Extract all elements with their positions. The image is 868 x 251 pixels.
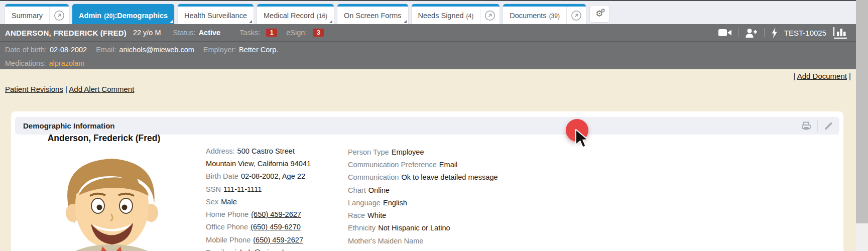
field-value: Male (221, 198, 237, 206)
employer-value: Better Corp. (239, 46, 278, 54)
patient-header-row3: Medications: alprazolam (0, 56, 856, 70)
tab-count: (20) (104, 13, 114, 20)
field-label: Email (206, 248, 224, 251)
field-label: Ethnicity (348, 224, 376, 232)
demographics-column-1: Address:500 Castro StreetMountain View, … (206, 145, 311, 251)
field-row-ethnicity: EthnicityNot Hispanic or Latino (348, 222, 498, 234)
field-value-link[interactable]: (650) 459-2627 (253, 236, 303, 244)
tasks-count-badge[interactable]: 1 (266, 29, 277, 37)
patient-revisions-link[interactable]: Patient Revisions (5, 85, 63, 93)
tab-needs-signed[interactable]: Needs Signed (4) (412, 4, 500, 24)
tab-medical-record[interactable]: Medical Record (16) (257, 4, 334, 24)
field-label: Person Type (348, 148, 389, 156)
tab-label: On Screen Forms (337, 7, 408, 24)
status-label: Status: (173, 29, 195, 37)
field-value-link[interactable]: (650) 459-2627 (251, 210, 301, 218)
tab-label: Health Surveillance (178, 7, 254, 24)
bar-chart-icon[interactable] (833, 27, 848, 39)
field-row-email: Emailanichols@mieweb.com (206, 246, 311, 251)
vertical-scrollbar[interactable] (856, 0, 868, 251)
field-label: Chart (348, 186, 366, 194)
divider (738, 28, 738, 37)
field-value: English (383, 199, 407, 207)
add-alert-comment-link[interactable]: Add Alert Comment (69, 85, 134, 93)
tab-summary[interactable]: Summary (5, 4, 69, 24)
esign-label: eSign: (286, 29, 307, 37)
field-row-chart: ChartOnline (348, 184, 498, 196)
field-row-ssn: SSN111-11-1111 (206, 183, 311, 195)
edit-pencil-icon[interactable] (823, 121, 833, 131)
patient-avatar (54, 148, 169, 251)
open-in-new-icon[interactable] (49, 7, 69, 24)
field-row-race: RaceWhite (348, 209, 498, 221)
print-icon[interactable] (801, 121, 812, 131)
add-document-link[interactable]: Add Document (797, 72, 847, 80)
video-camera-icon[interactable] (718, 28, 731, 37)
field-row-sex: SexMale (206, 195, 311, 208)
tab-on-screen-forms[interactable]: On Screen Forms (337, 4, 408, 24)
field-value: Ok to leave detailed message (401, 173, 498, 181)
status-value: Active (199, 29, 221, 37)
field-value: Email (439, 161, 458, 169)
patient-header-bar: ANDERSON, FREDERICK (FRED) 22 y/o M Stat… (0, 24, 856, 69)
field-value-link[interactable]: anichols@mieweb.com (227, 248, 302, 251)
field-label: Language (348, 199, 381, 207)
gear-small-icon: ⚙ (600, 8, 605, 14)
field-value: White (367, 211, 386, 219)
tab-label: Medical Record (16) (257, 7, 334, 24)
field-value: Employee (392, 148, 424, 156)
field-label: Office Phone (206, 223, 248, 231)
field-value: 500 Castro Street (237, 147, 295, 155)
open-in-new-icon[interactable] (480, 7, 500, 24)
webchart-page: SummaryAdmin (20):DemographicsHealth Sur… (0, 0, 868, 251)
field-label: Address: (206, 147, 235, 155)
field-label: Home Phone (206, 210, 249, 218)
field-row-continuation: Mountain View, California 94041 (206, 157, 311, 170)
field-label: Mother's Maiden Name (348, 237, 423, 245)
panel-header-icons (801, 120, 833, 132)
divider (764, 28, 765, 37)
patient-age-sex: 22 y/o M (133, 29, 161, 37)
chart-id: TEST-10025 (784, 29, 826, 37)
tab-health-surveillance[interactable]: Health Surveillance (178, 4, 254, 24)
field-label: Communication Preference (348, 161, 437, 169)
field-value-link[interactable]: (650) 459-6270 (251, 223, 301, 231)
panel-title: Demographic Information (23, 121, 115, 130)
field-label: Communication (348, 173, 399, 181)
tasks-label: Tasks: (239, 29, 260, 37)
field-row-language: LanguageEnglish (348, 196, 498, 209)
pipe: | (793, 72, 795, 80)
medications-label: Medications: (5, 59, 46, 67)
tab-count: (16) (317, 13, 327, 20)
field-row-person-type: Person TypeEmployee (348, 146, 498, 158)
field-label: SSN (206, 185, 221, 193)
demographics-column-2: Person TypeEmployeeCommunication Prefere… (348, 146, 498, 247)
tab-label: Needs Signed (4) (412, 7, 480, 24)
add-person-icon[interactable] (745, 28, 758, 38)
open-in-new-icon[interactable] (566, 7, 586, 24)
employer-label: Employer: (203, 46, 236, 54)
email-label: Email: (96, 46, 116, 54)
field-label: Sex (206, 198, 218, 206)
field-row-address: Address:500 Castro Street (206, 145, 311, 157)
divider (817, 120, 818, 132)
lightning-icon[interactable] (771, 28, 778, 38)
settings-button[interactable]: ⚙ ⚙ (589, 5, 609, 23)
patient-header-row1: ANDERSON, FREDERICK (FRED) 22 y/o M Stat… (0, 24, 856, 42)
tab-documents[interactable]: Documents (39) (503, 4, 586, 24)
scrollbar-thumb[interactable] (856, 0, 868, 223)
field-value: Not Hispanic or Latino (378, 224, 450, 232)
field-row-communication-preference: Communication PreferenceEmail (348, 158, 498, 171)
demographics-panel-header: Demographic Information (15, 117, 839, 135)
medication-link[interactable]: alprazolam (49, 59, 84, 67)
esign-count-badge[interactable]: 3 (313, 29, 324, 37)
field-row-communication: CommunicationOk to leave detailed messag… (348, 171, 498, 184)
tab-count: (4) (466, 13, 474, 20)
mouse-cursor-icon (575, 129, 589, 151)
field-label: Birth Date (206, 172, 238, 180)
dob-value: 02-08-2002 (50, 46, 87, 54)
field-row-home-phone: Home Phone(650) 459-2627 (206, 208, 311, 220)
tab-admin-demographics[interactable]: Admin (20):Demographics (72, 4, 174, 24)
tab-label: Documents (39) (503, 7, 566, 24)
revision-links-line: Patient Revisions | Add Alert Comment (5, 85, 134, 93)
